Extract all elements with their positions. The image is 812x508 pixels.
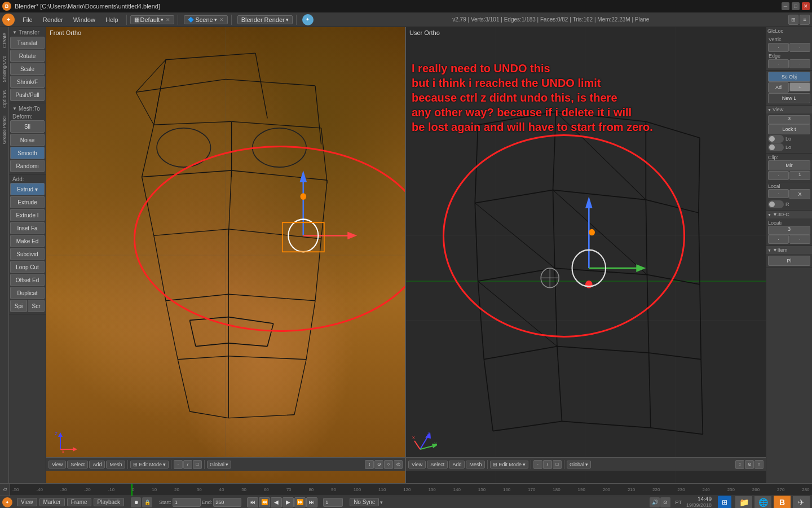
viewport-user[interactable]: I really need to UNDO this but i think i… [406, 27, 766, 483]
lock-icon[interactable]: 🔒 [142, 497, 152, 507]
item-section-header[interactable]: ▼Item [766, 246, 812, 254]
timeline-inner[interactable]: -50 -40 -30 -20 -10 0 10 20 30 40 50 60 … [10, 484, 812, 496]
r-global-dropdown[interactable]: Global ▾ [567, 461, 591, 468]
taskbar-extra-icon[interactable]: ✈ [793, 494, 810, 509]
start-input[interactable]: 1 [173, 498, 201, 507]
menu-file[interactable]: File [18, 15, 37, 24]
tab-create[interactable]: Create [1, 29, 8, 51]
make-edge-button[interactable]: Make Ed [10, 235, 45, 247]
scene-x[interactable]: ✕ [219, 17, 224, 23]
renderer-dropdown[interactable]: Blender Render ▾ [237, 15, 293, 24]
play-reverse-btn[interactable]: ◀ [271, 497, 282, 507]
tab-shading[interactable]: Shading/UVs [1, 52, 8, 86]
mir-button[interactable]: Mir [768, 160, 810, 170]
menu-help[interactable]: Help [101, 15, 123, 24]
timeline[interactable]: ⏱ -50 -40 -30 -20 -10 0 10 20 30 40 50 6… [0, 483, 812, 496]
smooth-button[interactable]: Smooth [10, 147, 45, 159]
blender-menu-icon[interactable]: ✦ [2, 14, 15, 26]
scale-button[interactable]: Scale [10, 63, 45, 75]
end-input[interactable]: 250 [213, 498, 241, 507]
toggle-3[interactable] [768, 200, 784, 208]
extrude-individual-button[interactable]: Extrude I [10, 209, 45, 221]
r-proportional-icon[interactable]: ○ [754, 460, 764, 469]
locati-dot-2[interactable]: · [789, 235, 810, 244]
local-dot[interactable]: · [768, 189, 789, 198]
tab-options[interactable]: Options [1, 87, 8, 111]
menu-window[interactable]: Window [69, 15, 100, 24]
prev-keyframe-btn[interactable]: ⏪ [259, 497, 270, 507]
vp-left-view-btn[interactable]: View [48, 461, 66, 468]
r-face-icon[interactable]: □ [553, 460, 562, 469]
clip-value[interactable]: 1 [789, 171, 810, 180]
vp-left-mesh-btn[interactable]: Mesh [106, 461, 125, 468]
bottom-view-btn[interactable]: View [17, 498, 37, 506]
workspace-x[interactable]: ✕ [166, 17, 170, 23]
taskbar-blender-icon[interactable]: B [774, 494, 791, 509]
bottom-marker-btn[interactable]: Marker [39, 498, 65, 506]
locati-dot-1[interactable]: · [768, 235, 789, 244]
bottom-frame-btn[interactable]: Frame [67, 498, 91, 506]
r-edit-mode-dropdown[interactable]: ⊞ Edit Mode ▾ [490, 461, 528, 468]
windows-icon[interactable]: ⊞ [718, 496, 731, 509]
viewport-front[interactable]: Front Ortho X Z (1) Plane View Select Ad… [46, 27, 406, 483]
subdivide-button[interactable]: Subdivid [10, 248, 45, 260]
vp-right-select-btn[interactable]: Select [427, 461, 448, 468]
translate-button[interactable]: Translat [10, 37, 45, 49]
vertic-field-2[interactable]: · [789, 43, 810, 52]
sc-obj-button[interactable]: Sc Obj [768, 72, 810, 82]
pushpull-button[interactable]: Push/Pull [10, 89, 45, 101]
randomize-button[interactable]: Randomi [10, 160, 45, 172]
record-btn[interactable]: ⏺ [131, 497, 141, 507]
screw-button[interactable]: Scr [28, 300, 45, 312]
edge-field-2[interactable]: · [789, 59, 810, 68]
x-button[interactable]: X [789, 189, 810, 199]
extrude-dropdown-button[interactable]: Extrud ▾ [10, 183, 45, 195]
proportional-icon[interactable]: ○ [384, 460, 393, 469]
window-controls[interactable]: ─ □ ✕ [782, 2, 810, 10]
new-l-button[interactable]: New L [768, 93, 810, 103]
snap-icon[interactable]: ⊙ [374, 460, 383, 469]
loop-cut-button[interactable]: Loop Cut [10, 261, 45, 273]
maximize-button[interactable]: □ [792, 2, 800, 10]
manipulator-icon[interactable]: ↕ [365, 460, 374, 469]
clip-field-1[interactable]: · [768, 171, 789, 180]
r-edge-icon[interactable]: / [543, 460, 552, 469]
vertex-select-icon[interactable]: · [174, 460, 183, 469]
add-icon[interactable]: + [789, 82, 810, 91]
extra-icon-1[interactable]: ⊙ [660, 497, 670, 507]
play-btn[interactable]: ▶ [283, 497, 294, 507]
extrude-button[interactable]: Extrude [10, 196, 45, 208]
inset-faces-button[interactable]: Inset Fa [10, 222, 45, 234]
vp-right-view-btn[interactable]: View [408, 461, 426, 468]
ad-button[interactable]: Ad [768, 82, 789, 93]
taskbar-folder-icon[interactable]: 📁 [735, 494, 752, 509]
onion-icon[interactable]: ◎ [394, 460, 403, 469]
edge-field-1[interactable]: · [768, 59, 789, 68]
locati-field[interactable]: 3 [768, 226, 810, 235]
vp-left-add-btn[interactable]: Add [89, 461, 105, 468]
face-select-icon[interactable]: □ [193, 460, 202, 469]
vp-right-add-btn[interactable]: Add [449, 461, 465, 468]
sli-button[interactable]: Sli [10, 120, 45, 133]
r-vertex-icon[interactable]: · [533, 460, 542, 469]
skip-first-btn[interactable]: ⏮ [247, 497, 258, 507]
noise-button[interactable]: Noise [10, 134, 45, 146]
menu-render[interactable]: Render [38, 15, 68, 24]
no-sync-dropdown[interactable]: No Sync [350, 498, 379, 506]
threed-section-header[interactable]: ▼3D-C [766, 211, 812, 218]
minimize-button[interactable]: ─ [782, 2, 789, 10]
spin-button[interactable]: Spi [10, 300, 27, 312]
menubar-icon-1[interactable]: ⊞ [788, 15, 798, 25]
taskbar-chrome-icon[interactable]: 🌐 [754, 494, 771, 509]
view-section-header[interactable]: View [766, 106, 812, 113]
close-button[interactable]: ✕ [802, 2, 810, 10]
duplicate-button[interactable]: Duplicat [10, 287, 45, 299]
bottom-playback-btn[interactable]: Playback [94, 498, 125, 506]
r-snap-icon[interactable]: ⊙ [745, 460, 754, 469]
audio-icon[interactable]: 🔊 [650, 497, 660, 507]
offset-edge-button[interactable]: Offset Ed [10, 274, 45, 286]
edge-select-icon[interactable]: / [183, 460, 192, 469]
pl-button[interactable]: Pl [768, 256, 810, 266]
current-frame-input[interactable] [323, 498, 343, 507]
global-dropdown[interactable]: Global ▾ [207, 461, 231, 468]
